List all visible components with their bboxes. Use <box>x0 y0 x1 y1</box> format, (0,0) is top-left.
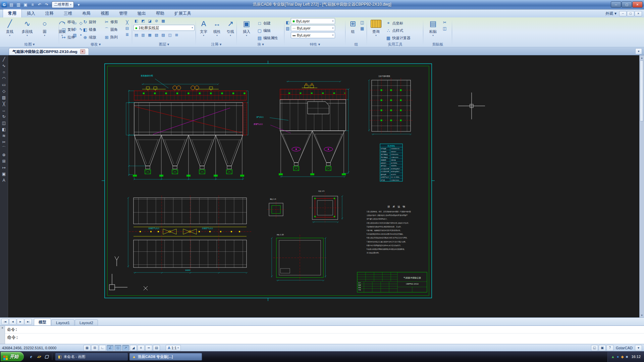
group-mini-button[interactable]: ◫ <box>360 19 364 25</box>
palette-tool-button[interactable]: ▣ <box>0 171 8 177</box>
clipboard-mini-button[interactable]: ◫ <box>443 25 446 32</box>
status-toggle-button[interactable]: ∟ <box>99 345 106 351</box>
window-control-button[interactable]: ✕ <box>632 1 643 8</box>
palette-tool-button[interactable]: A <box>0 177 8 183</box>
palette-tool-button[interactable]: ▭ <box>0 81 8 88</box>
paste-button[interactable]: ▤ 粘贴▾ <box>425 18 441 42</box>
palette-tool-button[interactable]: ↻ <box>0 113 8 120</box>
ribbon-tab[interactable]: 常用 <box>3 9 22 17</box>
layout-tab[interactable]: Layout1 <box>51 319 74 325</box>
status-toggle-button[interactable]: ▦ <box>84 345 91 351</box>
quick-access-icon[interactable]: ↶ <box>36 1 43 8</box>
palette-tool-button[interactable]: ↦ <box>0 164 8 171</box>
quick-access-icon[interactable]: ▥ <box>15 1 22 8</box>
palette-tool-button[interactable]: ◇ <box>0 88 8 94</box>
ribbon-tab[interactable]: 三维 <box>59 9 77 17</box>
group-mini-button[interactable]: ▦ <box>360 25 364 32</box>
workspace-dropdown[interactable]: 二维草图 ▾ <box>52 1 74 8</box>
layer-tool-icon[interactable]: ⊞ <box>174 32 179 38</box>
status-toggle-button[interactable]: ◢ <box>130 345 137 351</box>
panel-label-properties[interactable]: 特性 ▾ <box>286 42 344 47</box>
doc-window-control-button[interactable]: ▢ <box>627 11 634 16</box>
layer-state-icon[interactable]: ◩ <box>140 18 146 23</box>
quick-access-icon[interactable]: ▣ <box>22 1 29 8</box>
modify-tool-button[interactable]: ⌒ 圆角 <box>103 27 124 33</box>
doc-close-icon[interactable]: ✕ <box>80 49 85 54</box>
layer-tool-icon[interactable]: ◫ <box>167 32 173 38</box>
command-window[interactable]: ✕ 命令:命令: <box>0 325 644 344</box>
taskbar-task-button[interactable]: ◧ 未命名 - 画图 <box>55 353 128 361</box>
status-toggle-button[interactable]: ≡ <box>138 345 145 351</box>
quick-access-icon[interactable]: ▤ <box>8 1 15 8</box>
doc-window-control-button[interactable]: ─ <box>619 11 627 16</box>
layout-nav-button[interactable]: ▶| <box>24 319 32 325</box>
ribbon-tab[interactable]: 输出 <box>132 9 151 17</box>
doc-tab-menu-icon[interactable]: ▾ <box>635 48 642 54</box>
status-right-button[interactable]: ◱ <box>591 345 598 351</box>
panel-label-block[interactable]: 块 ▾ <box>238 42 283 47</box>
palette-tool-button[interactable]: ⊞ <box>0 158 8 164</box>
palette-tool-button[interactable]: ▨ <box>0 94 8 101</box>
panel-label-draw[interactable]: 绘图 ▾ <box>1 42 58 47</box>
panel-label-group[interactable]: 组 <box>347 42 366 47</box>
block-tool-button[interactable]: ▢编辑 <box>256 27 278 34</box>
quicklaunch-icon[interactable]: ▢ <box>43 353 50 360</box>
command-line[interactable]: 命令: <box>5 326 644 334</box>
layer-dropdown[interactable]: ■ 1轮廓实线层 ▾ <box>133 25 195 31</box>
palette-tool-button[interactable]: ○ <box>0 69 8 75</box>
layer-tool-icon[interactable]: ▥ <box>140 32 146 38</box>
palette-tool-button[interactable]: ✂ <box>0 139 8 145</box>
modify-tool-button[interactable]: ↻ 旋转 <box>82 19 103 24</box>
utility-tool-button[interactable]: ⌖点坐标 <box>385 19 411 27</box>
scroll-down-icon[interactable]: ▼ <box>640 313 644 317</box>
status-right-button[interactable]: ? <box>606 345 613 351</box>
annotate-tool-button[interactable]: A 文字▾ <box>197 18 210 42</box>
layer-tool-icon[interactable]: ▦ <box>147 32 153 38</box>
layer-state-icon[interactable]: ▩ <box>160 18 166 23</box>
panel-label-annotate[interactable]: 注释 ▾ <box>197 42 235 47</box>
layout-nav-button[interactable]: ▶ <box>17 319 24 325</box>
vertical-scrollbar[interactable]: ▲ ▼ <box>639 55 644 317</box>
ribbon-tab[interactable]: 管理 <box>114 9 132 17</box>
modify-tool-button[interactable]: ↦ 拉伸 <box>60 35 82 40</box>
modify-tool-button[interactable]: ◧ 镜像 <box>82 27 103 32</box>
draw-tool-button[interactable]: ╱ 直线▾ <box>1 18 18 42</box>
status-toggle-button[interactable]: ↗ <box>122 345 129 351</box>
window-control-button[interactable]: ▢ <box>622 1 632 8</box>
clock[interactable]: 16:12 <box>630 355 641 359</box>
property-dropdown[interactable]: — ByLayer ▾ <box>291 25 335 31</box>
modify-tool-button[interactable]: ⊞ 阵列 <box>103 35 124 40</box>
palette-tool-button[interactable]: ∿ <box>0 62 8 69</box>
status-toggle-button[interactable]: ▤ <box>153 345 160 351</box>
modify-mini-button[interactable]: ╳ <box>125 19 129 25</box>
clipboard-mini-button[interactable]: ✂ <box>443 19 446 25</box>
match-properties-icon[interactable]: ◧ <box>286 19 289 25</box>
layer-state-icon[interactable]: ◧ <box>133 18 139 23</box>
modify-tool-button[interactable]: ◫ 复制 <box>60 27 82 32</box>
command-line[interactable]: 命令: <box>5 334 644 341</box>
palette-tool-button[interactable]: ⌒ <box>0 145 8 152</box>
panel-label-layers[interactable]: 图层 ▾ <box>133 42 195 47</box>
start-button[interactable]: 开始 <box>1 352 24 361</box>
inquiry-button[interactable]: 查询▾ <box>368 18 384 42</box>
quicklaunch-icon[interactable]: ▱ <box>36 353 42 360</box>
match-properties-icon[interactable]: ▨ <box>286 25 289 32</box>
appearance-dropdown[interactable]: 外观 ▾ <box>605 11 616 16</box>
layer-state-icon[interactable]: ◪ <box>147 18 153 23</box>
annotate-tool-button[interactable]: ↔ 线性▾ <box>211 18 223 42</box>
tray-icon[interactable]: ■ <box>626 355 628 359</box>
palette-tool-button[interactable]: ◫ <box>0 120 8 126</box>
status-toggle-button[interactable]: ⊞ <box>91 345 98 351</box>
layout-nav-button[interactable]: ◀ <box>9 319 16 325</box>
tray-icon[interactable]: ▲ <box>611 355 615 359</box>
status-toggle-button[interactable]: ━ <box>145 345 152 351</box>
qat-customize-icon[interactable]: ▾ <box>75 1 82 8</box>
layer-tool-icon[interactable]: ▧ <box>154 32 159 38</box>
palette-tool-button[interactable]: ◧ <box>0 126 8 132</box>
doc-window-control-button[interactable]: ✕ <box>635 11 642 16</box>
status-right-button[interactable]: ▣ <box>599 345 606 351</box>
scrollbar-thumb[interactable] <box>640 60 644 121</box>
panel-label-utilities[interactable]: 实用工具 <box>368 42 422 47</box>
modify-mini-button[interactable]: ⊟ <box>125 25 129 32</box>
palette-tool-button[interactable]: ╳ <box>0 101 8 107</box>
